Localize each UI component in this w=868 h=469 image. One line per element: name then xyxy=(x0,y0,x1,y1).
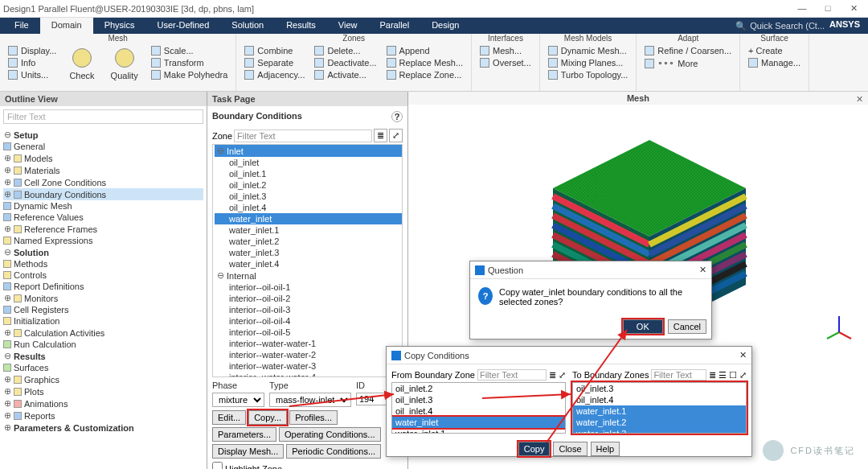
manage-button[interactable]: Manage... xyxy=(745,57,804,68)
menu-design[interactable]: Design xyxy=(420,18,470,34)
zone-item[interactable]: water_inlet.3 xyxy=(215,247,402,258)
tree-materials[interactable]: ⊕Materials xyxy=(3,164,203,176)
tree-res[interactable]: ⊖Results xyxy=(3,350,203,362)
type-select[interactable]: mass-flow-inlet xyxy=(269,393,351,407)
delete-button[interactable]: Delete... xyxy=(311,45,379,56)
quality-button[interactable]: Quality xyxy=(104,45,145,84)
zone-item[interactable]: interior--oil-oil-5 xyxy=(215,327,402,338)
tree-reports[interactable]: ⊕Reports xyxy=(3,409,203,422)
imesh-button[interactable]: Mesh... xyxy=(477,45,534,56)
create-button[interactable]: + Create xyxy=(745,45,804,56)
zone-item[interactable]: interior--oil-oil-1 xyxy=(215,282,402,293)
activate-button[interactable]: Activate... xyxy=(311,69,379,80)
zone-list[interactable]: ⊖Inlet oil_inlet oil_inlet.1 oil_inlet.2… xyxy=(212,144,403,377)
list-item[interactable]: oil_inlet.3 xyxy=(392,394,565,405)
zone-item[interactable]: oil_inlet.2 xyxy=(215,179,402,191)
phase-select[interactable]: mixture xyxy=(212,393,264,407)
replacemesh-button[interactable]: Replace Mesh... xyxy=(383,57,466,68)
mixplanes-button[interactable]: Mixing Planes... xyxy=(545,57,632,68)
tree-dyn[interactable]: Dynamic Mesh xyxy=(3,200,203,212)
from-expand-button[interactable]: ⤢ xyxy=(559,370,566,381)
tree-anim[interactable]: ⊕Animations xyxy=(3,397,203,409)
separate-button[interactable]: Separate xyxy=(241,57,308,68)
zone-item[interactable]: water_inlet.4 xyxy=(215,258,402,269)
quick-search[interactable]: 🔍 Quick Search (Ct... xyxy=(735,18,825,34)
list-item[interactable]: oil_inlet.4 xyxy=(573,394,746,405)
list-item[interactable]: water_inlet.3 xyxy=(573,428,746,434)
zone-item[interactable]: water_inlet.2 xyxy=(215,236,402,247)
to-expand-button[interactable]: ⤢ xyxy=(739,370,747,381)
zone-item[interactable]: interior--water-water-1 xyxy=(215,338,402,349)
tree-models[interactable]: ⊕Models xyxy=(3,152,203,164)
zone-item[interactable]: interior--water-water-3 xyxy=(215,360,402,372)
tree-controls[interactable]: Controls xyxy=(3,269,203,281)
zone-item[interactable]: water_inlet xyxy=(215,213,402,224)
tree-rd[interactable]: Report Definitions xyxy=(3,281,203,292)
tree-graphics[interactable]: ⊕Graphics xyxy=(3,373,203,385)
close-button[interactable]: Close xyxy=(553,442,587,456)
to-sort-button[interactable]: ≣ xyxy=(709,370,716,381)
tree-ca[interactable]: ⊕Calculation Activities xyxy=(3,327,203,339)
check-button[interactable]: Check xyxy=(63,45,100,84)
tree-bc[interactable]: ⊕Boundary Conditions xyxy=(3,188,203,200)
to-deselect-button[interactable]: ☐ xyxy=(729,370,737,381)
list-item[interactable]: oil_inlet.2 xyxy=(392,383,565,394)
ok-button[interactable]: OK xyxy=(623,319,663,334)
from-sort-button[interactable]: ≣ xyxy=(549,370,556,381)
display-button[interactable]: Display... xyxy=(5,45,59,56)
info-button[interactable]: Info xyxy=(5,57,59,68)
zone-item[interactable]: oil_inlet.1 xyxy=(215,168,402,179)
zone-item[interactable]: interior--water-water-4 xyxy=(215,372,402,377)
list-item[interactable]: oil_inlet.4 xyxy=(392,405,565,417)
highlight-check[interactable] xyxy=(212,462,223,469)
menu-userdefined[interactable]: User-Defined xyxy=(146,18,221,34)
parameters-button[interactable]: Parameters... xyxy=(212,427,276,442)
tree-surfaces[interactable]: Surfaces xyxy=(3,362,203,373)
zone-item[interactable]: oil_inlet.3 xyxy=(215,191,402,202)
zone-item[interactable]: water_inlet.1 xyxy=(215,224,402,236)
combine-button[interactable]: Combine xyxy=(241,45,308,56)
menu-physics[interactable]: Physics xyxy=(93,18,146,34)
dispmesh-button[interactable]: Display Mesh... xyxy=(212,444,284,459)
units-button[interactable]: Units... xyxy=(5,69,59,80)
dialog-close-icon[interactable]: ✕ xyxy=(739,350,747,360)
to-filter[interactable]: Filter Text xyxy=(651,369,706,381)
tree-sol[interactable]: ⊖Solution xyxy=(3,246,203,258)
dialog-close-icon[interactable]: ✕ xyxy=(699,265,706,275)
scale-button[interactable]: Scale... xyxy=(148,45,231,56)
from-filter[interactable]: Filter Text xyxy=(477,369,547,381)
list-item[interactable]: water_inlet.2 xyxy=(573,417,746,428)
to-selectall-button[interactable]: ☰ xyxy=(719,370,727,381)
menu-results[interactable]: Results xyxy=(275,18,327,34)
transform-button[interactable]: Transform xyxy=(148,57,231,68)
help-button[interactable]: Help xyxy=(591,442,620,456)
tree-cr[interactable]: Cell Registers xyxy=(3,304,203,315)
tree-plots[interactable]: ⊕Plots xyxy=(3,385,203,397)
expand-button[interactable]: ⤢ xyxy=(389,129,403,142)
dynmesh-button[interactable]: Dynamic Mesh... xyxy=(545,45,632,56)
list-item[interactable]: water_inlet.1 xyxy=(392,428,565,434)
menu-solution[interactable]: Solution xyxy=(220,18,275,34)
zone-item[interactable]: oil_inlet xyxy=(215,157,402,168)
cancel-button[interactable]: Cancel xyxy=(668,319,706,334)
tree-ref[interactable]: Reference Values xyxy=(3,212,203,223)
to-list[interactable]: oil_inlet.3 oil_inlet.4 water_inlet.1 wa… xyxy=(572,382,747,434)
list-item[interactable]: oil_inlet.3 xyxy=(573,383,746,394)
view-close-icon[interactable]: ✕ xyxy=(856,94,863,105)
from-list[interactable]: oil_inlet.2 oil_inlet.3 oil_inlet.4 wate… xyxy=(391,382,566,434)
zone-item[interactable]: oil_inlet.4 xyxy=(215,202,402,213)
outline-filter[interactable]: Filter Text xyxy=(3,109,203,124)
menu-parallel[interactable]: Parallel xyxy=(368,18,420,34)
tree-rf[interactable]: ⊕Reference Frames xyxy=(3,223,203,235)
menu-domain[interactable]: Domain xyxy=(40,18,93,34)
append-button[interactable]: Append xyxy=(383,45,466,56)
periodic-button[interactable]: Periodic Conditions... xyxy=(286,444,381,459)
tree-setup[interactable]: ⊖Setup xyxy=(3,129,203,141)
adjacency-button[interactable]: Adjacency... xyxy=(241,69,308,80)
menu-view[interactable]: View xyxy=(327,18,369,34)
zone-item[interactable]: interior--oil-oil-3 xyxy=(215,304,402,315)
close-icon[interactable]: ✕ xyxy=(842,3,865,14)
tree-methods[interactable]: Methods xyxy=(3,258,203,269)
profiles-button[interactable]: Profiles... xyxy=(289,410,338,425)
help-icon[interactable]: ? xyxy=(391,111,403,122)
